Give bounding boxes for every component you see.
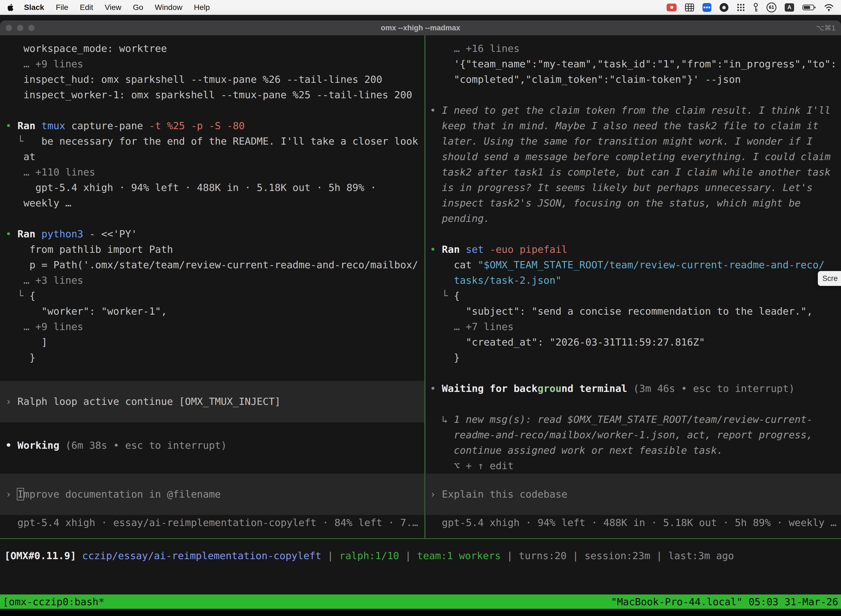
omx-hud-line: [OMX#0.11.9] cczip/essay/ai-reimplementa… bbox=[0, 548, 841, 563]
terminal-line bbox=[0, 211, 424, 226]
model-status-line: gpt-5.4 xhigh · 94% left · 488K in · 5.1… bbox=[426, 515, 841, 531]
terminal-line: weekly … bbox=[0, 195, 424, 211]
spreadsheet-grid-icon[interactable] bbox=[685, 3, 694, 12]
screen-recording-icon[interactable] bbox=[667, 4, 677, 11]
menu-item-go[interactable]: Go bbox=[127, 3, 149, 12]
terminal-line: inspect task2's JSON, focusing on the st… bbox=[426, 195, 841, 211]
menu-item-file[interactable]: File bbox=[50, 3, 74, 12]
window-shortcut-hint: ⌥⌘1 bbox=[816, 24, 841, 32]
terminal-line bbox=[426, 87, 841, 103]
terminal-line: pending. bbox=[426, 211, 841, 226]
pane-horizontal-divider bbox=[0, 538, 841, 539]
terminal-line: later. Using the same for transition mig… bbox=[426, 133, 841, 149]
wifi-icon[interactable] bbox=[824, 4, 834, 11]
left-pane[interactable]: workspace_mode: worktree … +9 lines insp… bbox=[0, 35, 424, 538]
key-icon[interactable] bbox=[753, 3, 758, 12]
terminal-line: └ { bbox=[0, 288, 424, 304]
close-button[interactable] bbox=[6, 25, 12, 31]
terminal-line: … +9 lines bbox=[0, 319, 424, 334]
terminal-line: └ { bbox=[426, 288, 841, 304]
menu-item-edit[interactable]: Edit bbox=[74, 3, 99, 12]
terminal-line: "created_at": "2026-03-31T11:59:27.816Z" bbox=[426, 334, 841, 350]
terminal-line: "worker": "worker-1", bbox=[0, 304, 424, 319]
keyboard-input-icon[interactable]: A bbox=[785, 3, 794, 12]
menu-item-view[interactable]: View bbox=[99, 3, 127, 12]
menu-item-help[interactable]: Help bbox=[188, 3, 216, 12]
terminal-line bbox=[426, 226, 841, 242]
terminal-line: tasks/task-2.json" bbox=[426, 273, 841, 288]
terminal-line: cat "$OMX_TEAM_STATE_ROOT/team/review-cu… bbox=[426, 257, 841, 273]
terminal-line: task2 after task1 is complete, but can I… bbox=[426, 164, 841, 180]
tmux-status-bar: [omx-cczip0:bash* "MacBook-Pro-44.local"… bbox=[0, 594, 841, 609]
terminal-line: '{"team_name":"my-team","task_id":"1","f… bbox=[426, 56, 841, 72]
terminal-line: p = Path('.omx/state/team/review-current… bbox=[0, 257, 424, 273]
terminal-line: "completed","claim_token":"claim-token"}… bbox=[426, 72, 841, 87]
terminal-line bbox=[426, 396, 841, 412]
menu-item-window[interactable]: Window bbox=[149, 3, 188, 12]
terminal-line: ] bbox=[0, 334, 424, 350]
menu-bar: SlackFileEditViewGoWindowHelp 61 A bbox=[0, 0, 841, 15]
screenshot-toast[interactable]: Scre bbox=[818, 271, 841, 286]
tmux-terminal: workspace_mode: worktree … +9 lines insp… bbox=[0, 35, 841, 538]
terminal-line: • Ran tmux capture-pane -t %25 -p -S -80 bbox=[0, 118, 424, 133]
terminal-line: • Waiting for background terminal (3m 46… bbox=[426, 381, 841, 396]
terminal-line: is in progress? It seems likely but perh… bbox=[426, 180, 841, 195]
model-status-line: gpt-5.4 xhigh · essay/ai-reimplementatio… bbox=[0, 515, 424, 531]
terminal-line: • I need to get the claim token from the… bbox=[426, 103, 841, 118]
terminal-line: "subject": "send a concise recommendatio… bbox=[426, 304, 841, 319]
ralph-loop-banner[interactable]: › Ralph loop active continue [OMX_TMUX_I… bbox=[0, 381, 424, 422]
terminal-line bbox=[0, 422, 424, 438]
app-icon-dark[interactable] bbox=[719, 3, 728, 12]
terminal-line bbox=[0, 365, 424, 381]
window-title: omx --xhigh --madmax bbox=[0, 24, 841, 32]
terminal-line bbox=[0, 103, 424, 118]
terminal-line: • Ran python3 - <<'PY' bbox=[0, 226, 424, 242]
terminal-line: inspect_hud: omx sparkshell --tmux-pane … bbox=[0, 72, 424, 87]
terminal-line: … +3 lines bbox=[0, 273, 424, 288]
terminal-line: gpt-5.4 xhigh · 94% left · 488K in · 5.1… bbox=[0, 180, 424, 195]
terminal-line: workspace_mode: worktree bbox=[0, 41, 424, 56]
docker-icon[interactable] bbox=[702, 3, 711, 12]
battery-percent-icon[interactable]: 61 bbox=[766, 3, 777, 12]
terminal-line: • Working (6m 38s • esc to interrupt) bbox=[0, 438, 424, 453]
tmux-session-label: [omx-cczip0:bash* bbox=[3, 596, 104, 607]
below-statusbar-area bbox=[0, 609, 841, 616]
terminal-line: } bbox=[426, 350, 841, 365]
terminal-line: } bbox=[0, 350, 424, 365]
prompt-suggestion[interactable]: › Explain this codebase bbox=[426, 474, 841, 515]
terminal-line: • Ran set -euo pipefail bbox=[426, 242, 841, 257]
left-pane-content: workspace_mode: worktree … +9 lines insp… bbox=[0, 35, 424, 531]
prompt-suggestion[interactable]: › Improve documentation in @filename bbox=[0, 474, 424, 515]
tmux-host-clock: "MacBook-Pro-44.local" 05:03 31-Mar-26 bbox=[611, 596, 838, 607]
terminal-window: omx --xhigh --madmax ⌥⌘1 workspace_mode:… bbox=[0, 21, 841, 616]
launchpad-icon[interactable] bbox=[737, 3, 745, 12]
terminal-line bbox=[426, 365, 841, 381]
terminal-line: … +110 lines bbox=[0, 164, 424, 180]
battery-icon[interactable] bbox=[802, 4, 816, 11]
zoom-button[interactable] bbox=[28, 25, 35, 31]
terminal-line: … +16 lines bbox=[426, 41, 841, 56]
terminal-line: inspect_worker-1: omx sparkshell --tmux-… bbox=[0, 87, 424, 103]
terminal-line: └ be necessary for the end of the README… bbox=[0, 133, 424, 149]
terminal-line: from pathlib import Path bbox=[0, 242, 424, 257]
apple-menu-icon[interactable] bbox=[8, 4, 14, 11]
minimize-button[interactable] bbox=[17, 25, 23, 31]
right-pane[interactable]: … +16 lines '{"team_name":"my-team","tas… bbox=[426, 35, 841, 538]
terminal-line: … +9 lines bbox=[0, 56, 424, 72]
terminal-line: ↳ 1 new msg(s): read $OMX_TEAM_STATE_ROO… bbox=[426, 412, 841, 427]
terminal-line: … +7 lines bbox=[426, 319, 841, 334]
terminal-line: keep that in mind. Maybe I also need the… bbox=[426, 118, 841, 133]
right-pane-content: … +16 lines '{"team_name":"my-team","tas… bbox=[426, 35, 841, 531]
terminal-line: at bbox=[0, 149, 424, 164]
window-titlebar[interactable]: omx --xhigh --madmax ⌥⌘1 bbox=[0, 21, 841, 35]
menu-items: SlackFileEditViewGoWindowHelp bbox=[18, 3, 215, 12]
terminal-line: continue assigned work or next feasible … bbox=[426, 443, 841, 458]
terminal-line: should send a message before completing … bbox=[426, 149, 841, 164]
terminal-line: readme-and-reco/mailbox/worker-1.json, a… bbox=[426, 427, 841, 443]
pane-divider[interactable] bbox=[424, 35, 425, 538]
menu-item-slack[interactable]: Slack bbox=[18, 3, 50, 12]
terminal-line bbox=[0, 453, 424, 469]
terminal-line: ⌥ + ↑ edit bbox=[426, 458, 841, 474]
